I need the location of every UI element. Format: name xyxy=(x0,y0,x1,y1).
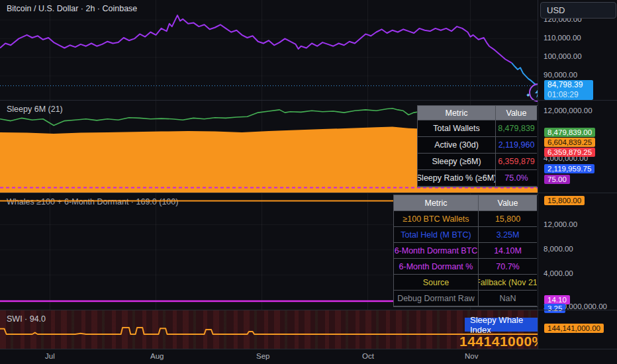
axis-tick-label: 100,000.00 xyxy=(544,52,582,60)
axis-value-badge: 144,141,000.00 xyxy=(544,324,604,333)
sleepy-whale-index-label: Sleepy Whale Index xyxy=(465,318,538,332)
metric-name-cell: Sleepy (≥6M) xyxy=(418,154,496,170)
currency-toggle-button[interactable]: USD xyxy=(540,2,616,19)
time-axis[interactable]: JulAugSepOctNov xyxy=(0,349,617,364)
table-row: ≥100 BTC Wallets15,800 xyxy=(394,211,538,227)
axis-value-badge: 15,800.00 xyxy=(544,196,585,205)
time-axis-label: Oct xyxy=(362,352,374,360)
current-price-badge: 84,798.39 01:08:29 xyxy=(544,80,593,100)
metric-value-cell: 75.0% xyxy=(496,170,537,187)
metric-value-cell: 2,119,960 xyxy=(496,137,537,154)
axis-value-badge: 3.25 xyxy=(544,304,565,313)
axis-tick-label: 110,000.00 xyxy=(544,34,581,42)
table-header-row: MetricValue xyxy=(394,195,538,211)
axis-value-badge: 2,119,959.75 xyxy=(544,164,594,173)
metric-value-cell: 6,359,879 xyxy=(496,154,537,170)
table-row: 6-Month Dormant BTC14.10M xyxy=(394,243,538,259)
table-row: Total Held (M BTC)3.25M xyxy=(394,227,538,243)
axis-tick-label: 90,000.00 xyxy=(544,71,577,79)
swi-line xyxy=(0,328,538,334)
price-scale-axis[interactable]: USD 84,798.39 01:08:29 120,000.00110,000… xyxy=(538,0,617,349)
bar-countdown: 01:08:29 xyxy=(547,90,590,100)
table-row: Sleepy (≥6M)6,359,879 xyxy=(418,154,538,170)
metric-name-cell: Source xyxy=(394,275,479,291)
metric-value-cell: 3.25M xyxy=(479,227,537,243)
metric-value-cell: 15,800 xyxy=(479,211,537,227)
axis-tick-label: 12,000,000.00 xyxy=(544,107,593,114)
current-price-value: 84,798.39 xyxy=(547,80,590,90)
metric-value-cell: Fallback (Nov 21) xyxy=(479,275,537,291)
sparkle-icon: ✦ xyxy=(526,92,531,99)
time-axis-label: Nov xyxy=(465,352,478,360)
table-row: SourceFallback (Nov 21) xyxy=(394,275,538,291)
axis-value-badge: 6,604,839.25 xyxy=(544,138,595,147)
pane-separator[interactable] xyxy=(0,310,617,310)
swi-series-svg[interactable] xyxy=(0,310,538,349)
sleepy-metrics-table: MetricValueTotal Wallets8,479,839Active … xyxy=(417,105,539,187)
table-header-row: MetricValue xyxy=(418,106,538,120)
metric-name-cell: Sleepy Ratio % (≥6M) xyxy=(418,170,496,187)
axis-value-badge: 14.10 xyxy=(544,295,570,304)
metric-value-cell: 70.7% xyxy=(479,259,537,275)
metric-value-cell: 14.10M xyxy=(479,243,537,259)
table-row: Debug Dormant RawNaN xyxy=(394,291,538,306)
metric-name-cell: Total Held (M BTC) xyxy=(394,227,479,243)
whales-metrics-table: MetricValue≥100 BTC Wallets15,800Total H… xyxy=(393,195,539,307)
axis-value-badge: 6,359,879.25 xyxy=(544,148,595,157)
pane-separator[interactable] xyxy=(0,100,617,101)
trading-chart-app: Bitcoin / U.S. Dollar · 2h · Coinbase Sl… xyxy=(0,0,617,364)
swi-percent-value: 144141000% xyxy=(459,334,545,349)
metric-name-cell: 6-Month Dormant BTC xyxy=(394,243,479,259)
table-header-cell: Metric xyxy=(394,195,479,211)
swi-indicator-pane[interactable]: SWI · 94.0 xyxy=(0,310,538,349)
price-pane[interactable]: Bitcoin / U.S. Dollar · 2h · Coinbase xyxy=(0,0,538,100)
table-row: Active (30d)2,119,960 xyxy=(418,137,538,154)
metric-name-cell: Total Wallets xyxy=(418,120,496,137)
time-axis-label: Jul xyxy=(45,352,55,360)
pane-separator[interactable] xyxy=(0,193,617,193)
table-row: Total Wallets8,479,839 xyxy=(418,120,538,137)
chart-area[interactable]: Bitcoin / U.S. Dollar · 2h · Coinbase Sl… xyxy=(0,0,538,349)
table-header-cell: Value xyxy=(496,106,537,120)
table-row: 6-Month Dormant %70.7% xyxy=(394,259,538,275)
axis-tick-label: 8,000.00 xyxy=(544,245,573,253)
time-axis-label: Aug xyxy=(150,352,164,360)
table-row: Sleepy Ratio % (≥6M)75.0% xyxy=(418,170,538,187)
axis-tick-label: 12,000.00 xyxy=(544,220,577,228)
metric-name-cell: Debug Dormant Raw xyxy=(394,291,479,306)
table-header-cell: Metric xyxy=(418,106,496,120)
pane-separator xyxy=(0,349,617,349)
btc-price-blue-tail xyxy=(512,63,538,86)
metric-name-cell: ≥100 BTC Wallets xyxy=(394,211,479,227)
metric-name-cell: 6-Month Dormant % xyxy=(394,259,479,275)
axis-tick-label: 4,000.00 xyxy=(544,269,573,277)
metric-name-cell: Active (30d) xyxy=(418,137,496,154)
axis-value-badge: 75.00 xyxy=(544,175,570,184)
btc-price-purple xyxy=(0,15,512,63)
sleepy-whale-index-label-text: Sleepy Whale Index xyxy=(470,315,532,335)
table-header-cell: Value xyxy=(479,195,537,211)
axis-value-badge: 8,479,839.00 xyxy=(544,128,595,137)
time-axis-label: Sep xyxy=(256,352,269,360)
price-series-svg[interactable] xyxy=(0,0,538,100)
metric-value-cell: 8,479,839 xyxy=(496,120,537,137)
metric-value-cell: NaN xyxy=(479,291,537,306)
